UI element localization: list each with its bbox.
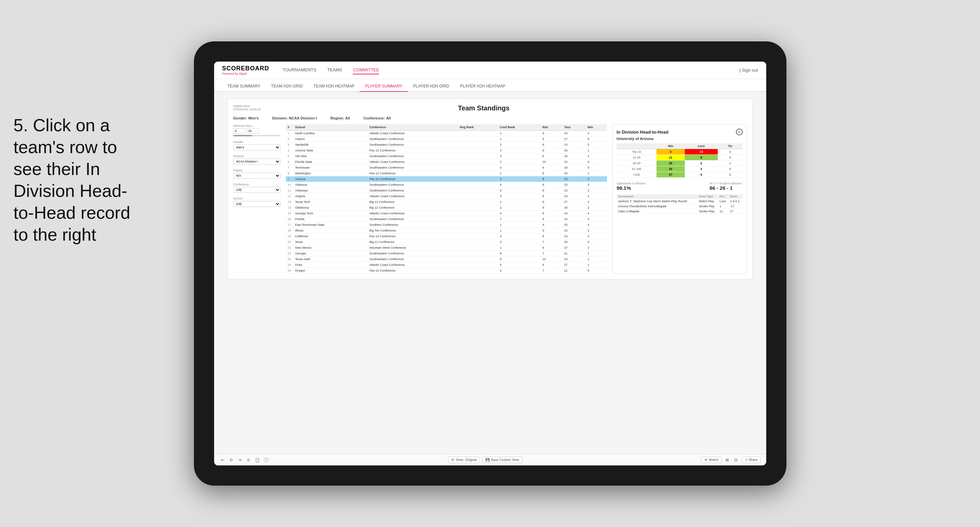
filter-conference: Conference: All xyxy=(363,116,391,120)
row-conf-rank: 1 xyxy=(498,222,541,228)
row-rds: 8 xyxy=(540,188,562,194)
row-conf-rank: 3 xyxy=(498,154,541,159)
sign-out[interactable]: | Sign out xyxy=(740,68,758,73)
filter-division: Division: NCAA Division I xyxy=(272,116,317,120)
undo-icon[interactable]: ↩ xyxy=(220,457,226,463)
table-row[interactable]: 22 Georgia Southeastern Conference 8 7 2… xyxy=(286,251,607,256)
h2h-loss: 13 xyxy=(685,149,718,155)
table-row[interactable]: 5 Ole Miss Southeastern Conference 3 6 1… xyxy=(286,154,607,159)
nav-tournaments[interactable]: TOURNAMENTS xyxy=(283,66,317,75)
row-tour: 27 xyxy=(562,136,586,142)
row-rds: 9 xyxy=(540,130,562,136)
paste-icon[interactable]: 📋 xyxy=(255,457,261,463)
row-num: 4 xyxy=(286,148,293,154)
row-tour: 27 xyxy=(562,262,586,268)
table-row[interactable]: 13 Texas Tech Big 12 Conference 1 9 27 2 xyxy=(286,199,607,205)
table-row[interactable]: 18 Illinois Big Ten Conference 1 9 23 3 xyxy=(286,228,607,233)
school-select[interactable]: (All) xyxy=(233,201,280,207)
row-conf-rank: 1 xyxy=(498,228,541,233)
row-rds: 10 xyxy=(540,256,562,262)
row-win: 0 xyxy=(585,159,607,165)
row-reg-rank xyxy=(458,188,498,194)
redo-icon-1[interactable]: ↻ xyxy=(228,457,234,463)
gender-select[interactable]: Men's xyxy=(233,144,280,151)
table-row[interactable]: 14 Oklahoma Big 12 Conference 2 8 26 2 xyxy=(286,205,607,211)
table-row[interactable]: 10 Alabama Southeastern Conference 5 8 2… xyxy=(286,182,607,188)
nav-committee[interactable]: COMMITTEE xyxy=(353,66,379,75)
table-row[interactable]: 6 Florida State Atlantic Coast Conferenc… xyxy=(286,159,607,165)
row-rds: 6 xyxy=(540,148,562,154)
row-win: 2 xyxy=(585,245,607,251)
h2h-loss: 3 xyxy=(685,166,718,172)
min-rounds-to[interactable] xyxy=(247,128,259,133)
table-row[interactable]: 15 Georgia Tech Atlantic Coast Conferenc… xyxy=(286,211,607,216)
h2h-header: In Division Head-to-Head ✕ xyxy=(617,129,743,135)
col-tour: Tour xyxy=(562,124,586,130)
table-row[interactable]: 4 Arizona State Pac-12 Conference 3 6 26… xyxy=(286,148,607,154)
table-row[interactable]: 11 Arkansas Southeastern Conference 6 8 … xyxy=(286,188,607,194)
row-reg-rank xyxy=(458,136,498,142)
table-row[interactable]: 19 California Pac-12 Conference 4 8 24 2 xyxy=(286,233,607,239)
filter-group-gender: Gender Men's xyxy=(233,140,280,151)
row-win: 4 xyxy=(585,216,607,222)
division-select[interactable]: NCAA Division I xyxy=(233,159,280,165)
row-win: 1 xyxy=(585,154,607,159)
grid-icon[interactable]: ⊞ xyxy=(724,457,730,463)
row-school: Vanderbilt xyxy=(293,142,368,148)
table-row[interactable]: 24 Duke Atlantic Coast Conference 5 9 27… xyxy=(286,262,607,268)
save-custom-btn[interactable]: 💾 Save Custom View xyxy=(482,457,522,463)
table-row[interactable]: 23 Texas A&M Southeastern Conference 9 1… xyxy=(286,256,607,262)
h2h-loss-col: Loss xyxy=(685,143,718,149)
sub-nav-player-h2h-grid[interactable]: PLAYER H2H GRID xyxy=(408,81,455,91)
table-row[interactable]: 2 Auburn Southeastern Conference 1 9 27 … xyxy=(286,136,607,142)
region-select[interactable]: N/A xyxy=(233,173,280,179)
view-original-label: View: Original xyxy=(456,458,477,462)
row-win: 2 xyxy=(585,233,607,239)
table-row[interactable]: 21 New Mexico Mountain West Conference 1… xyxy=(286,245,607,251)
sub-nav-team-summary[interactable]: TEAM SUMMARY xyxy=(222,81,266,91)
tournament-name: Jackson T. Stephens Cup Men's Match-Play… xyxy=(617,199,698,204)
row-tour: 23 xyxy=(562,182,586,188)
table-row[interactable]: 7 Tennessee Southeastern Conference 4 6 … xyxy=(286,165,607,171)
view-original-btn[interactable]: 👁 View: Original xyxy=(448,457,480,463)
table-row[interactable]: 1 North Carolina Atlantic Coast Conferen… xyxy=(286,130,607,136)
layout-icon[interactable]: ⊡ xyxy=(733,457,739,463)
h2h-tie: 0 xyxy=(718,172,743,178)
copy-icon[interactable]: ⎘ xyxy=(246,457,252,463)
watch-btn[interactable]: 👁 Watch xyxy=(701,457,721,463)
sub-nav-team-h2h-heatmap[interactable]: TEAM H2H HEATMAP xyxy=(308,81,360,91)
row-reg-rank xyxy=(458,148,498,154)
top-nav-items: TOURNAMENTS TEAMS COMMITTEE xyxy=(283,66,740,75)
h2h-close-button[interactable]: ✕ xyxy=(736,129,743,135)
slider-track[interactable] xyxy=(233,135,280,136)
row-school: Georgia xyxy=(293,251,368,256)
row-conf-rank: 5 xyxy=(498,268,541,274)
table-row[interactable]: 12 Virginia Atlantic Coast Conference 3 … xyxy=(286,194,607,199)
row-rds: 6 xyxy=(540,165,562,171)
save-icon: 💾 xyxy=(485,458,490,462)
tournament-name: Arizona Thunderbirds Intercollegiate xyxy=(617,204,698,209)
table-row[interactable]: 8 Washington Pac-12 Conference 2 8 23 1 xyxy=(286,171,607,176)
table-row[interactable]: 3 Vanderbilt Southeastern Conference 2 8… xyxy=(286,142,607,148)
min-rounds-from[interactable] xyxy=(233,128,245,133)
share-btn[interactable]: ↗ Share xyxy=(741,457,761,463)
table-row[interactable]: 16 Florida Southeastern Conference 7 9 2… xyxy=(286,216,607,222)
clock-icon[interactable]: 🕐 xyxy=(263,457,269,463)
row-conference: Southeastern Conference xyxy=(367,256,458,262)
table-row[interactable]: 20 Texas Big 12 Conference 3 7 20 0 xyxy=(286,239,607,245)
nav-teams[interactable]: TEAMS xyxy=(327,66,342,75)
table-row[interactable]: 17 East Tennessee State Southern Confere… xyxy=(286,222,607,228)
row-tour: 24 xyxy=(562,216,586,222)
table-row[interactable]: 9 Arizona Pac-12 Conference 3 8 23 3 xyxy=(286,176,607,182)
table-row[interactable]: 25 Oregon Pac-12 Conference 5 7 21 0 xyxy=(286,268,607,274)
row-win: 0 xyxy=(585,165,607,171)
row-rds: 9 xyxy=(540,262,562,268)
conference-select[interactable]: (All) xyxy=(233,187,280,193)
sub-nav-player-h2h-heatmap[interactable]: PLAYER H2H HEATMAP xyxy=(455,81,511,91)
sub-nav-player-summary[interactable]: PLAYER SUMMARY xyxy=(360,81,408,92)
sub-nav-team-h2h-grid[interactable]: TEAM H2H GRID xyxy=(266,81,308,91)
redo-icon-2[interactable]: ↪ xyxy=(237,457,243,463)
row-school: Arkansas xyxy=(293,188,368,194)
tournament-event-type: Stroke Play xyxy=(698,209,718,214)
event-type-col: Event Type xyxy=(698,194,718,199)
